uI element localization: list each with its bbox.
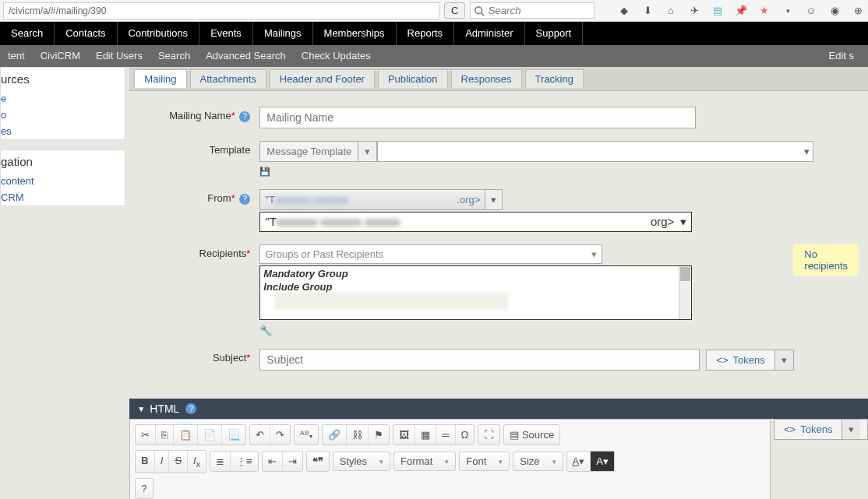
maximize-button[interactable]: ⛶: [478, 425, 499, 445]
sidebar-link[interactable]: es: [1, 123, 125, 139]
nav-memberships[interactable]: Memberships: [313, 22, 397, 45]
browser-search[interactable]: [470, 2, 595, 19]
send-icon[interactable]: ✈: [687, 4, 701, 18]
help-icon[interactable]: ?: [239, 111, 250, 122]
home-icon[interactable]: ⌂: [664, 4, 678, 18]
tab-tracking[interactable]: Tracking: [525, 69, 584, 88]
spellcheck-button[interactable]: ᴬᴮ▾: [295, 425, 318, 445]
remove-format-button[interactable]: Ix: [188, 451, 206, 473]
html-panel-header[interactable]: ▼ HTML ?: [129, 399, 868, 419]
nav-events[interactable]: Events: [199, 22, 253, 45]
nav-contributions[interactable]: Contributions: [118, 22, 200, 45]
bold-button[interactable]: B: [136, 451, 154, 473]
strike-button[interactable]: S: [169, 451, 188, 473]
subnav-check-updates[interactable]: Check Updates: [294, 45, 379, 67]
anchor-button[interactable]: ⚑: [369, 425, 389, 445]
chevron-down-icon[interactable]: ▾: [485, 189, 503, 210]
recipient-item[interactable]: [274, 293, 508, 310]
blockquote-button[interactable]: ❝❞: [307, 452, 329, 471]
download-icon[interactable]: ⬇: [640, 4, 655, 18]
chevron-down-icon: ▾: [358, 142, 376, 161]
format-select[interactable]: Format▾: [393, 452, 456, 471]
mask-icon[interactable]: ◉: [827, 4, 842, 18]
styles-select[interactable]: Styles▾: [333, 452, 390, 471]
svg-point-0: [475, 6, 482, 13]
nav-mailings[interactable]: Mailings: [253, 22, 313, 45]
recipients-select[interactable]: Groups or Past Recipients ▾: [259, 244, 602, 264]
search-icon: [474, 5, 488, 16]
tab-mailing[interactable]: Mailing: [134, 69, 186, 88]
bullet-list-button[interactable]: ⋮≡: [231, 452, 258, 471]
from-dropdown[interactable]: "T xxxxxxx xxxxxxx xxxxxx org> ▾: [259, 212, 692, 232]
nav-support[interactable]: Support: [525, 22, 584, 45]
pin-icon[interactable]: 📌: [734, 4, 748, 18]
size-select[interactable]: Size▾: [513, 452, 563, 471]
special-char-button[interactable]: Ω: [456, 425, 475, 445]
tab-publication[interactable]: Publication: [378, 69, 448, 88]
image-button[interactable]: 🖼: [393, 425, 415, 445]
help-icon[interactable]: ?: [185, 403, 196, 414]
menu-caret-icon[interactable]: ▾: [781, 4, 795, 18]
save-icon[interactable]: 💾: [259, 167, 859, 177]
chevron-down-icon: ▾: [804, 146, 810, 157]
chevron-down-icon: ▾: [774, 350, 793, 370]
tokens-button-side[interactable]: <>Tokens ▾: [774, 419, 868, 440]
sidebar-link[interactable]: e: [1, 90, 125, 107]
subnav-civicrm[interactable]: CiviCRM: [33, 45, 88, 67]
help-button[interactable]: ?: [136, 479, 152, 498]
subject-input[interactable]: [259, 349, 700, 371]
template-wide-select[interactable]: ▾: [377, 141, 813, 162]
mailing-name-input[interactable]: [259, 107, 696, 128]
tokens-button[interactable]: <>Tokens ▾: [706, 350, 793, 371]
from-select[interactable]: "T xxxxxxx xxxxxxx .org>: [259, 189, 485, 210]
link-button[interactable]: 🔗: [323, 425, 347, 445]
paste-button[interactable]: 📋: [174, 425, 198, 445]
star-icon[interactable]: ★: [757, 4, 771, 18]
source-button[interactable]: ▤ Source: [504, 425, 559, 445]
unlink-button[interactable]: ⛓: [347, 425, 369, 445]
sidebar-link[interactable]: content: [1, 173, 125, 189]
sidebar-link[interactable]: CRM: [1, 189, 125, 206]
subnav-advanced-search[interactable]: Advanced Search: [198, 45, 294, 67]
url-bar[interactable]: /civicrm/a/#/mailing/390: [3, 2, 439, 19]
subnav-content[interactable]: tent: [0, 45, 33, 67]
nav-reports[interactable]: Reports: [397, 22, 455, 45]
tab-header-footer[interactable]: Header and Footer: [270, 69, 375, 88]
nav-search[interactable]: Search: [0, 22, 55, 45]
indent-button[interactable]: ⇥: [283, 452, 302, 471]
italic-button[interactable]: I: [155, 451, 170, 473]
cut-button[interactable]: ✂: [136, 425, 156, 445]
redo-button[interactable]: ↷: [270, 425, 290, 445]
refresh-button[interactable]: C: [444, 2, 465, 19]
help-icon[interactable]: ?: [239, 194, 250, 205]
paste-word-button[interactable]: 📃: [222, 425, 245, 445]
tab-responses[interactable]: Responses: [451, 69, 522, 88]
numbered-list-button[interactable]: ≣: [210, 452, 231, 471]
table-button[interactable]: ▦: [415, 425, 436, 445]
subnav-edit[interactable]: Edit s: [820, 45, 862, 67]
subnav-search[interactable]: Search: [150, 45, 198, 67]
label-subject: Subject*: [135, 349, 259, 364]
nav-contacts[interactable]: Contacts: [55, 22, 117, 45]
nav-administer[interactable]: Administer: [454, 22, 524, 45]
smile-icon[interactable]: ☺: [804, 4, 818, 18]
template-select[interactable]: Message Template ▾: [259, 141, 377, 162]
font-select[interactable]: Font▾: [459, 452, 510, 471]
bg-color-button[interactable]: A▾: [591, 452, 614, 471]
outdent-button[interactable]: ⇤: [263, 452, 283, 471]
pocket-icon[interactable]: ◆: [617, 4, 631, 18]
tab-attachments[interactable]: Attachments: [190, 69, 266, 88]
hr-button[interactable]: ═: [436, 425, 455, 445]
globe-icon[interactable]: ⊕: [851, 4, 865, 18]
text-color-button[interactable]: A▾: [567, 452, 591, 471]
recipients-list[interactable]: Mandatory Group Include Group: [259, 265, 692, 320]
copy-button[interactable]: ⎘: [156, 425, 174, 445]
browser-search-input[interactable]: [488, 5, 591, 16]
scrollbar[interactable]: [679, 266, 691, 319]
paste-text-button[interactable]: 📄: [198, 425, 222, 445]
wrench-icon[interactable]: 🔧: [259, 325, 692, 336]
subnav-edit-users[interactable]: Edit Users: [88, 45, 150, 67]
undo-button[interactable]: ↶: [250, 425, 270, 445]
note-icon[interactable]: ▤: [711, 4, 725, 18]
sidebar-link[interactable]: o: [1, 107, 125, 123]
